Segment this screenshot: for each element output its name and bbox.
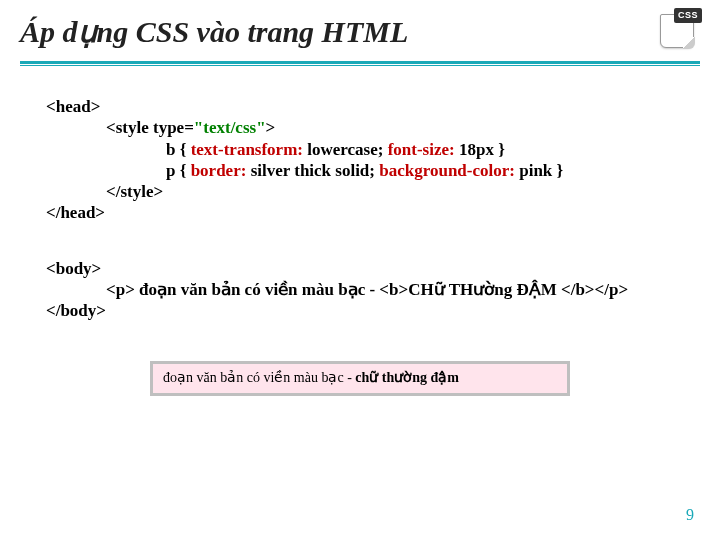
css-file-icon: CSS xyxy=(656,8,702,48)
code-text: </b></p> xyxy=(561,280,628,299)
code-text: p { xyxy=(166,161,191,180)
title-underline xyxy=(20,61,700,64)
code-line: </style> xyxy=(106,181,680,202)
code-line: </body> xyxy=(46,300,680,321)
page-title: Áp dụng CSS vào trang HTML xyxy=(20,14,700,49)
output-bold-text: chữ thường đậm xyxy=(355,370,459,385)
code-text: "text/css" xyxy=(194,118,266,137)
code-line: <style type="text/css"> xyxy=(106,117,680,138)
rendered-output-box: đoạn văn bản có viền màu bạc - chữ thườn… xyxy=(150,361,570,396)
code-text: text-transform: xyxy=(191,140,303,159)
page-number: 9 xyxy=(686,506,694,524)
code-line: <p> đoạn văn bản có viền màu bạc - <b>CH… xyxy=(106,279,680,300)
code-text: b { xyxy=(166,140,191,159)
code-text: background-color: xyxy=(379,161,515,180)
code-text: > xyxy=(266,118,276,137)
code-text: <p> đoạn văn bản có viền màu bạc - <b> xyxy=(106,280,408,299)
code-text: <style type= xyxy=(106,118,194,137)
code-text: 18px } xyxy=(455,140,505,159)
output-text: đoạn văn bản có viền màu bạc - xyxy=(163,370,355,385)
css-badge-label: CSS xyxy=(674,8,702,23)
code-text: pink } xyxy=(515,161,563,180)
code-example-block: <head> <style type="text/css"> b { text-… xyxy=(0,66,720,321)
code-text: border: xyxy=(191,161,247,180)
code-text: lowercase; xyxy=(303,140,388,159)
code-line: </head> xyxy=(46,202,680,223)
code-line: p { border: silver thick solid; backgrou… xyxy=(166,160,680,181)
code-text: font-size: xyxy=(388,140,455,159)
code-line: <head> xyxy=(46,96,680,117)
code-text: silver thick solid; xyxy=(246,161,379,180)
code-text: CHữ THường ĐẬM xyxy=(408,280,561,299)
code-line: <body> xyxy=(46,258,680,279)
code-line: b { text-transform: lowercase; font-size… xyxy=(166,139,680,160)
